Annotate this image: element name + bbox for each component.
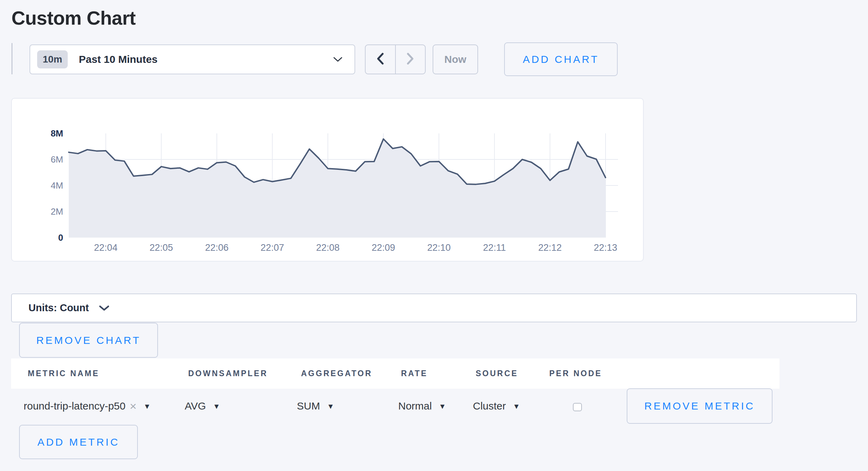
units-label: Units: Count — [28, 302, 89, 314]
caret-down-icon: ▼ — [327, 403, 334, 410]
svg-text:0: 0 — [58, 232, 63, 243]
units-dropdown[interactable]: Units: Count — [28, 302, 110, 314]
column-header-downsampler: DOWNSAMPLER — [188, 358, 268, 389]
chevron-right-icon — [406, 52, 415, 66]
svg-text:22:11: 22:11 — [483, 242, 506, 253]
timeseries-area-chart: 22:0422:0522:0622:0722:0822:0922:1022:11… — [12, 99, 643, 261]
column-header-per-node: PER NODE — [549, 358, 602, 389]
metrics-table-header — [11, 358, 779, 389]
svg-text:22:12: 22:12 — [538, 242, 562, 253]
add-metric-button[interactable]: ADD METRIC — [19, 425, 138, 459]
svg-text:22:07: 22:07 — [261, 242, 284, 253]
svg-text:4M: 4M — [51, 180, 63, 191]
rate-dropdown[interactable]: Normal ▼ — [398, 389, 446, 423]
caret-down-icon: ▼ — [513, 403, 520, 410]
add-chart-button[interactable]: ADD CHART — [504, 42, 618, 76]
time-window-select[interactable]: 10m Past 10 Minutes — [30, 44, 355, 74]
metric-name-value: round-trip-latency-p50 — [24, 400, 125, 412]
custom-chart-card: 22:0422:0522:0622:0722:0822:0922:1022:11… — [11, 98, 644, 262]
column-header-rate: RATE — [401, 358, 428, 389]
caret-down-icon: ▼ — [213, 403, 220, 410]
source-value: Cluster — [473, 400, 506, 412]
remove-chart-button[interactable]: REMOVE CHART — [19, 323, 158, 358]
column-header-aggregator: AGGREGATOR — [301, 358, 372, 389]
chevron-down-icon — [99, 305, 110, 311]
toolbar-left-divider — [11, 43, 12, 74]
downsampler-dropdown[interactable]: AVG ▼ — [185, 389, 220, 423]
chevron-down-icon — [333, 57, 343, 62]
prev-range-button[interactable] — [366, 45, 396, 74]
svg-text:2M: 2M — [51, 206, 63, 217]
aggregator-dropdown[interactable]: SUM ▼ — [297, 389, 334, 423]
next-range-button[interactable] — [396, 45, 425, 74]
aggregator-value: SUM — [297, 400, 320, 412]
svg-text:22:08: 22:08 — [316, 242, 340, 253]
svg-text:22:13: 22:13 — [594, 242, 617, 253]
time-window-badge: 10m — [37, 50, 68, 68]
chevron-left-icon — [376, 52, 384, 66]
caret-down-icon: ▼ — [439, 403, 446, 410]
svg-text:22:10: 22:10 — [427, 242, 451, 253]
svg-text:22:09: 22:09 — [372, 242, 395, 253]
caret-down-icon: ▼ — [143, 403, 151, 410]
downsampler-value: AVG — [185, 400, 206, 412]
per-node-checkbox[interactable] — [573, 403, 582, 411]
svg-text:6M: 6M — [51, 154, 63, 165]
svg-text:22:06: 22:06 — [205, 242, 229, 253]
clear-metric-icon[interactable]: × — [130, 400, 136, 412]
rate-value: Normal — [398, 400, 432, 412]
page-title: Custom Chart — [11, 7, 136, 29]
metric-name-dropdown[interactable]: round-trip-latency-p50 × ▼ — [24, 389, 151, 423]
svg-text:8M: 8M — [51, 128, 63, 139]
source-dropdown[interactable]: Cluster ▼ — [473, 389, 520, 423]
units-bar: Units: Count — [11, 294, 857, 322]
svg-text:22:04: 22:04 — [94, 242, 118, 253]
time-range-pager — [365, 44, 426, 74]
svg-text:22:05: 22:05 — [150, 242, 173, 253]
column-header-metric-name: METRIC NAME — [28, 358, 99, 389]
remove-metric-button[interactable]: REMOVE METRIC — [627, 388, 773, 424]
time-window-label: Past 10 Minutes — [79, 53, 333, 65]
column-header-source: SOURCE — [476, 358, 518, 389]
now-button[interactable]: Now — [433, 44, 478, 74]
